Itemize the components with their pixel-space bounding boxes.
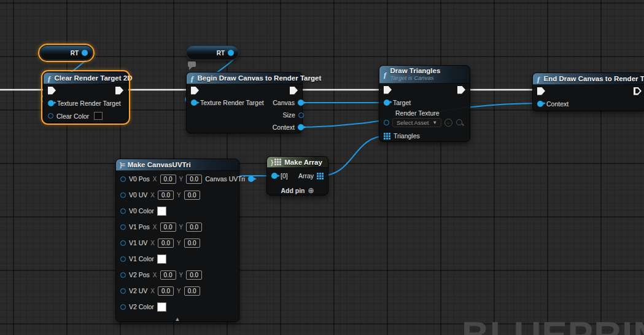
v1-color-swatch[interactable]	[157, 254, 166, 264]
pin-texture-render-target[interactable]	[191, 100, 197, 106]
pin-size[interactable]	[298, 112, 304, 118]
rt2-output-pin[interactable]	[228, 50, 234, 56]
v2-uv-y-input[interactable]: 0.0	[184, 286, 200, 296]
exec-out-pin[interactable]	[115, 87, 123, 95]
pin-label: Context	[546, 100, 568, 108]
exec-out-pin[interactable]	[457, 86, 465, 94]
pin-array-element-0[interactable]	[271, 173, 277, 179]
select-asset-value: Select Asset	[397, 119, 429, 126]
pin-v2-color[interactable]	[120, 304, 126, 310]
node-make-canvas-uvtri[interactable]: }= Make CanvasUVTri V0 Pos X 0.0 Y 0.0 C…	[115, 159, 239, 322]
pin-context[interactable]	[537, 101, 543, 107]
chevron-down-icon: ▼	[432, 120, 437, 125]
exec-in-pin[interactable]	[537, 87, 545, 95]
pin-v1-uv[interactable]	[120, 240, 126, 246]
clear-color-swatch[interactable]	[94, 112, 103, 120]
y-axis-label: Y	[179, 176, 184, 183]
y-axis-label: Y	[179, 272, 184, 278]
pin-v2-pos[interactable]	[120, 272, 126, 278]
node-rt-variable-2[interactable]: RT	[186, 45, 239, 60]
function-icon: ƒ	[190, 74, 195, 82]
pin-label: V1 Pos	[129, 223, 150, 231]
pin-label: Context	[273, 124, 295, 131]
pin-label: V2 UV	[129, 287, 147, 294]
pin-array-out[interactable]	[317, 173, 324, 179]
y-axis-label: Y	[177, 192, 181, 199]
function-icon: ƒ	[383, 71, 387, 79]
v0-uv-y-input[interactable]: 0.0	[184, 191, 200, 200]
pin-label: V1 UV	[129, 239, 147, 246]
v2-pos-x-input[interactable]: 0.0	[160, 270, 176, 280]
pin-v0-uv[interactable]	[120, 192, 126, 198]
exec-in-pin[interactable]	[48, 87, 56, 95]
pin-label: Array	[298, 172, 314, 179]
function-icon: ƒ	[47, 74, 52, 82]
pin-v0-pos[interactable]	[120, 176, 126, 182]
use-selected-asset-button[interactable]: ←	[444, 119, 452, 127]
pin-v2-uv[interactable]	[120, 288, 126, 294]
browse-asset-button[interactable]	[456, 119, 464, 127]
v2-color-swatch[interactable]	[157, 302, 166, 312]
select-asset-dropdown[interactable]: Select Asset ▼	[392, 118, 441, 127]
node-end-draw-canvas[interactable]: ƒ End Draw Canvas to Render Target Conte…	[532, 73, 644, 111]
v1-uv-y-input[interactable]: 0.0	[184, 238, 200, 248]
comment-bubble-icon[interactable]	[188, 61, 196, 67]
variable-label: RT	[217, 50, 225, 57]
pin-label: Triangles	[394, 132, 420, 140]
x-axis-label: X	[150, 288, 155, 294]
v1-pos-x-input[interactable]: 0.0	[160, 223, 176, 232]
v0-pos-x-input[interactable]: 0.0	[160, 175, 176, 184]
y-axis-label: Y	[177, 288, 181, 294]
pin-label: Render Texture	[395, 109, 440, 117]
pin-v1-pos[interactable]	[120, 224, 126, 230]
pin-v1-color[interactable]	[120, 256, 126, 262]
node-begin-draw-canvas[interactable]: ƒ Begin Draw Canvas to Render Target Tex…	[186, 72, 303, 133]
pin-triangles-array[interactable]	[384, 133, 390, 140]
pin-label: Target	[393, 99, 411, 106]
node-header: }= Make CanvasUVTri	[116, 159, 239, 171]
exec-in-pin[interactable]	[384, 86, 392, 94]
v2-pos-y-input[interactable]: 0.0	[186, 270, 202, 280]
pin-context[interactable]	[298, 124, 304, 130]
pin-canvas-uvtri-out[interactable]	[248, 176, 254, 182]
add-pin-button[interactable]: Add pin ⊕	[267, 184, 328, 197]
node-header: ƒ Clear Render Target 2D	[44, 73, 128, 84]
node-make-array[interactable]: } Make Array [0] Array Add pin ⊕	[266, 156, 328, 195]
pin-target[interactable]	[384, 100, 390, 106]
variable-label: RT	[71, 50, 79, 57]
v1-pos-y-input[interactable]: 0.0	[186, 223, 202, 232]
node-title: Clear Render Target 2D	[55, 74, 133, 82]
pin-label: Texture Render Target	[57, 100, 121, 107]
rt1-output-pin[interactable]	[82, 50, 88, 56]
pin-texture-render-target[interactable]	[48, 100, 54, 106]
pin-clear-color[interactable]	[48, 113, 53, 119]
pin-v0-color[interactable]	[120, 208, 126, 214]
function-icon: ƒ	[537, 75, 541, 83]
v2-uv-x-input[interactable]: 0.0	[158, 286, 174, 296]
pin-label: [0]	[281, 172, 288, 179]
pin-canvas[interactable]	[298, 100, 304, 106]
exec-out-pin[interactable]	[634, 87, 642, 95]
pin-label: Clear Color	[56, 112, 89, 120]
node-rt-variable-1[interactable]: RT	[40, 45, 93, 60]
node-title: Begin Draw Canvas to Render Target	[198, 74, 322, 82]
node-draw-triangles[interactable]: ƒ Draw Triangles Target is Canvas Target…	[379, 65, 470, 142]
pin-label: V0 Color	[129, 207, 154, 215]
make-array-icon: }	[271, 159, 273, 166]
exec-in-pin[interactable]	[191, 87, 199, 95]
x-axis-label: X	[153, 272, 157, 278]
pin-label: V2 Pos	[129, 271, 150, 278]
array-grid-icon	[274, 159, 281, 165]
v0-pos-y-input[interactable]: 0.0	[186, 175, 202, 184]
pin-label: Size	[282, 111, 295, 119]
node-clear-render-target-2d[interactable]: ƒ Clear Render Target 2D Texture Render …	[43, 72, 128, 123]
collapse-chevron-icon[interactable]: ▲	[175, 316, 180, 322]
exec-out-pin[interactable]	[290, 87, 298, 95]
v0-uv-x-input[interactable]: 0.0	[158, 191, 174, 200]
make-struct-icon: }=	[120, 162, 125, 168]
pin-render-texture[interactable]	[384, 120, 389, 125]
add-pin-icon: ⊕	[308, 186, 314, 195]
v0-color-swatch[interactable]	[157, 207, 166, 216]
x-axis-label: X	[150, 240, 155, 246]
v1-uv-x-input[interactable]: 0.0	[158, 238, 174, 248]
